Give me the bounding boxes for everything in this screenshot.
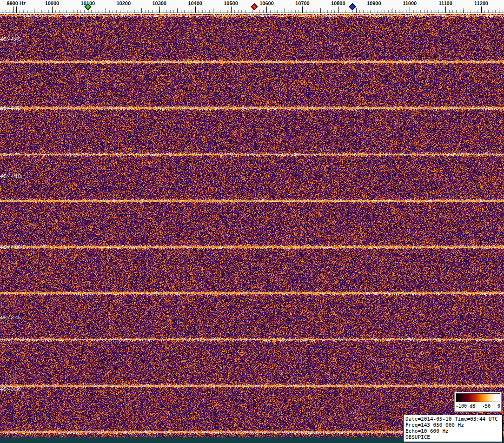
legend-mid-label: -50 (482, 403, 491, 410)
spectrogram-canvas (0, 14, 504, 437)
freq-tick-label: 11000 (403, 0, 417, 6)
freq-tick-label: 10200 (116, 0, 131, 6)
freq-tick-label: 10600 (259, 0, 274, 6)
colormap-gradient-bar (456, 393, 500, 402)
frequency-axis: 9900 Hz100001010010200103001040010500106… (0, 0, 504, 14)
info-date-time: Date=2014-05-10 Time=03:44 UTC (405, 416, 500, 422)
db-color-scale-legend: -100 dB -50 0 (454, 392, 502, 412)
time-label: 05:44:30 (1, 105, 21, 111)
info-echo: Echo=10 600 Hz (405, 428, 500, 434)
freq-tick-label: 10700 (295, 0, 310, 6)
time-label: 05:44:15 (1, 173, 21, 179)
freq-tick-label: 10000 (45, 0, 60, 6)
time-label: 05:44:45 (1, 36, 21, 42)
legend-labels: -100 dB -50 0 (455, 403, 501, 410)
freq-tick-label: 11200 (474, 0, 488, 6)
time-label: 05:43:45 (1, 315, 21, 320)
legend-max-label: 0 (497, 403, 500, 410)
freq-tick-label: 11100 (438, 0, 452, 6)
freq-tick-label: 10300 (152, 0, 166, 6)
axis-baseline (0, 13, 504, 13)
info-frequency: Freq=143 050 000 Hz (405, 422, 500, 428)
freq-tick-label: 9900 Hz (7, 0, 26, 6)
waterfall-display: 05:44:4505:44:3005:44:1505:44:0005:43:45… (0, 14, 504, 443)
spectrogram-app-window: 9900 Hz100001010010200103001040010500106… (0, 0, 504, 443)
freq-tick-label: 10800 (331, 0, 345, 6)
observation-info-box: Date=2014-05-10 Time=03:44 UTC Freq=143 … (403, 415, 503, 442)
time-label: 05:43:30 (1, 386, 21, 392)
freq-tick-label: 10500 (224, 0, 238, 6)
freq-tick-label: 10900 (367, 0, 381, 6)
time-label: 05:44:00 (1, 245, 21, 250)
legend-min-label: -100 dB (456, 403, 475, 410)
info-station: OBSUPICE (405, 434, 500, 440)
freq-tick-label: 10400 (188, 0, 202, 6)
